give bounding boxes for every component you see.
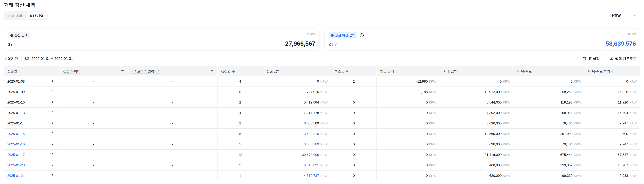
cell-store_id: - (60, 170, 128, 181)
settlement-date: 2025-01-17 (7, 153, 25, 157)
column-header-cancel_amount: 취소 금액 (376, 66, 440, 76)
cell-pg_fee_vat: 11,920KRW (584, 97, 640, 108)
currency-suffix: KRW (629, 142, 637, 146)
cell-cancel_count: 0 (331, 118, 376, 129)
cell-settle_count: 2 (217, 139, 263, 150)
column-label: 정산 금액 (266, 69, 280, 74)
expand-row-button[interactable] (51, 110, 54, 115)
total-settled-count: 17건 (8, 41, 18, 47)
currency-suffix: KRW (429, 122, 436, 125)
cell-pg_customer_id: - (128, 97, 217, 108)
cell-pg_customer_id: - (128, 108, 217, 118)
cell-pg_fee_vat: 15,894KRW (584, 108, 640, 118)
total-settled-amount: 27,966,567 (285, 40, 315, 47)
expand-row-button[interactable] (51, 100, 54, 104)
chevron-right-icon (51, 79, 54, 84)
settlement-date: 2025-01-14 (7, 121, 25, 125)
currency-suffix: KRW (429, 142, 436, 146)
cell-settle_amount: 30,673,009KRW (263, 150, 331, 160)
cell-cancel_count: 0 (331, 150, 376, 160)
cell-store_id: - (60, 160, 128, 170)
currency-suffix: KRW (574, 90, 581, 94)
currency-suffix: KRW (320, 80, 328, 83)
cell-pg_fee_vat: 67,547KRW (584, 150, 640, 160)
column-label: PG수수료 부가세 (588, 69, 614, 74)
cell-settle_count: 4 (217, 108, 263, 118)
tab-transaction-history[interactable]: 거래 내역 (5, 12, 26, 19)
table-row: 2025-01-09--511,727,916KRW1-1,188KRW12,0… (4, 87, 640, 97)
tab-group: 거래 내역 정산 내역 (4, 12, 48, 20)
currency-suffix: KRW (629, 153, 637, 156)
expand-row-button[interactable] (51, 142, 54, 146)
currency-suffix: KRW (503, 174, 510, 178)
currency-suffix: KRW (320, 174, 328, 178)
cell-cancel_amount: 0KRW (376, 97, 440, 108)
cell-cancel_count: 0 (331, 160, 376, 170)
currency-suffix: KRW (629, 90, 637, 94)
cell-pg_fee_vat: 9,933KRW (584, 170, 640, 181)
cell-pg_fee: 158,928KRW (514, 108, 584, 118)
date-range-value: 2025-01-01 ~ 2025-01-31 (32, 56, 73, 61)
total-expected-count: 23건 (329, 41, 338, 47)
table-row: 2025-01-21--14,510,737KRW00KRW4,620,000K… (4, 170, 640, 181)
table-row: 2025-01-16--23,608,589KRW00KRW3,696,000K… (4, 139, 640, 150)
chevron-right-icon (51, 152, 54, 157)
settlement-table: 정산일상점 아이디PG 고객 식별아이디정산건 수정산 금액취소건 수취소 금액… (4, 66, 640, 181)
expand-row-button[interactable] (51, 132, 54, 136)
column-header-pg_fee_vat: PG수수료 부가세 (584, 66, 640, 76)
currency-select[interactable]: KRW (609, 11, 640, 20)
filter-icon[interactable] (210, 69, 214, 73)
currency-suffix: KRW (629, 80, 637, 83)
cell-pg_fee_vat: 25,826KRW (584, 87, 640, 97)
currency-suffix: KRW (574, 111, 581, 115)
cell-pg_customer_id: - (128, 150, 217, 160)
currency-suffix: KRW (503, 111, 510, 115)
settlement-date: 2025-01-20 (7, 163, 25, 167)
cell-store_id: - (60, 87, 128, 97)
expand-row-button[interactable] (51, 152, 54, 157)
cell-settle_count: 1 (217, 170, 263, 181)
currency-suffix: KRW (503, 142, 510, 146)
cell-tx_amount: 3,696,000KRW (440, 139, 514, 150)
cell-settle_count: 5 (217, 87, 263, 97)
cell-pg_fee_vat: 13,907KRW (584, 160, 640, 170)
currency-suffix: KRW (503, 101, 510, 104)
cell-cancel_count: 0 (331, 170, 376, 181)
currency-select-value: KRW (612, 14, 621, 18)
currency-suffix: KRW (320, 111, 328, 115)
currency-suffix: KRW (503, 164, 510, 167)
cell-settle_count: 2 (217, 97, 263, 108)
chevron-right-icon (51, 100, 54, 104)
expand-row-button[interactable] (51, 90, 54, 94)
expand-row-button[interactable] (51, 79, 54, 84)
expand-row-button[interactable] (51, 121, 54, 126)
cell-settle_amount: 13,532,210KRW (263, 129, 331, 139)
settlement-date: 2025-01-21 (7, 174, 25, 178)
currency-suffix: KRW (629, 164, 637, 167)
table-settings-button[interactable]: 표 설정 (579, 54, 603, 63)
cell-pg_customer_id: - (128, 160, 217, 170)
expand-row-button[interactable] (51, 163, 54, 168)
tab-settlement-history[interactable]: 정산 내역 (26, 12, 47, 19)
expand-row-button[interactable] (51, 174, 54, 178)
total-settled-card: 총 정산 금액 KRW 17건 27,966,567 (4, 28, 320, 50)
cell-settle_amount: 5,412,884KRW (263, 97, 331, 108)
info-icon[interactable] (360, 33, 364, 38)
excel-download-button[interactable]: 엑셀 다운로드 (606, 54, 640, 63)
date-range-picker[interactable]: 2025-01-01 ~ 2025-01-31 (22, 54, 76, 63)
currency-suffix: KRW (574, 132, 581, 136)
filter-icon[interactable] (121, 69, 124, 73)
currency-suffix: KRW (629, 132, 637, 136)
cell-pg_fee: 258,258KRW (514, 87, 584, 97)
column-label: 취소건 수 (335, 69, 349, 74)
currency-suffix: KRW (429, 111, 436, 115)
summary-cards: 총 정산 금액 KRW 17건 27,966,567 총 정산 예정 금액 KR… (4, 28, 640, 50)
cell-store_id: - (60, 129, 128, 139)
cell-tx_amount: 7,392,000KRW (440, 108, 514, 118)
column-label: 정산건 수 (221, 69, 235, 74)
currency-suffix: KRW (629, 122, 637, 125)
cell-settle_amount: 6,315,031KRW (263, 160, 331, 170)
total-expected-card: 총 정산 예정 금액 KRW 23건 58,639,576 (324, 28, 640, 50)
cell-tx_amount: 31,416,000KRW (440, 150, 514, 160)
column-label: 취소 금액 (380, 69, 394, 74)
